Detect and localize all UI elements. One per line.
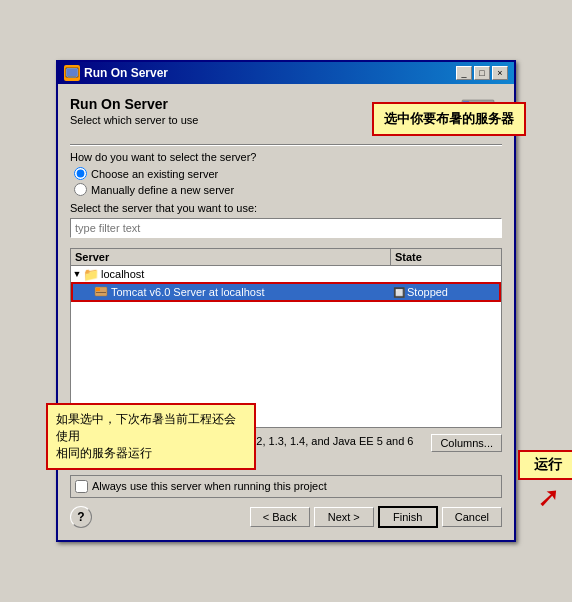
table-body: ▼ 📁 localhost xyxy=(71,266,501,302)
col-state-header: State xyxy=(391,249,501,265)
selection-question: How do you want to select the server? xyxy=(70,151,502,163)
bottom-callout: 如果选中，下次布暑当前工程还会使用 相同的服务器运行 xyxy=(46,403,256,470)
radio-section: How do you want to select the server? Ch… xyxy=(70,151,502,196)
radio-existing-input[interactable] xyxy=(74,167,87,180)
tree-row-tomcat[interactable]: Tomcat v6.0 Server at localhost 🔲 Stoppe… xyxy=(71,282,501,302)
run-callout-container: 运行 ➘ xyxy=(518,450,572,512)
tomcat-icon xyxy=(93,285,109,299)
bottom-callout-line2: 相同的服务器运行 xyxy=(56,445,246,462)
svg-rect-14 xyxy=(96,292,106,293)
maximize-button[interactable]: □ xyxy=(474,66,490,80)
radio-new-input[interactable] xyxy=(74,183,87,196)
top-callout-text: 选中你要布暑的服务器 xyxy=(384,111,514,126)
svg-rect-2 xyxy=(68,76,76,78)
tomcat-state: 🔲 Stopped xyxy=(389,286,499,298)
minimize-button[interactable]: _ xyxy=(456,66,472,80)
window-icon xyxy=(64,65,80,81)
back-button[interactable]: < Back xyxy=(250,507,310,527)
radio-new[interactable]: Manually define a new server xyxy=(74,183,502,196)
filter-section: Select the server that you want to use: xyxy=(70,202,502,242)
radio-group: Choose an existing server Manually defin… xyxy=(74,167,502,196)
bottom-callout-line1: 如果选中，下次布暑当前工程还会使用 xyxy=(56,411,246,445)
run-arrow-icon: ➘ xyxy=(537,484,560,512)
stopped-icon: 🔲 xyxy=(393,287,405,298)
checkbox-label: Always use this server when running this… xyxy=(92,480,327,492)
localhost-label: localhost xyxy=(101,268,144,280)
svg-rect-13 xyxy=(96,288,100,291)
always-use-checkbox[interactable] xyxy=(75,480,88,493)
title-text: Run On Server xyxy=(84,66,168,80)
next-button[interactable]: Next > xyxy=(314,507,374,527)
columns-button[interactable]: Columns... xyxy=(431,434,502,452)
window-body: Run On Server Select which server to use xyxy=(58,84,514,540)
filter-label: Select the server that you want to use: xyxy=(70,202,502,214)
checkbox-row: Always use this server when running this… xyxy=(70,475,502,498)
tomcat-state-label: Stopped xyxy=(407,286,448,298)
radio-new-label: Manually define a new server xyxy=(91,184,234,196)
header-separator xyxy=(70,144,502,145)
folder-icon: 📁 xyxy=(83,267,99,281)
radio-existing-label: Choose an existing server xyxy=(91,168,218,180)
button-row: ? < Back Next > Finish Cancel xyxy=(70,506,502,528)
tree-row-localhost[interactable]: ▼ 📁 localhost xyxy=(71,266,501,282)
svg-rect-1 xyxy=(67,69,77,76)
filter-input[interactable] xyxy=(70,218,502,238)
title-bar-left: Run On Server xyxy=(64,65,168,81)
radio-existing[interactable]: Choose an existing server xyxy=(74,167,502,180)
server-table[interactable]: Server State ▼ 📁 localhost xyxy=(70,248,502,428)
tree-indent-1: Tomcat v6.0 Server at localhost xyxy=(73,285,389,299)
title-controls: _ □ × xyxy=(456,66,508,80)
col-server-header: Server xyxy=(71,249,391,265)
run-callout-text: 运行 xyxy=(534,456,562,472)
title-bar: Run On Server _ □ × xyxy=(58,62,514,84)
tree-toggle-0[interactable]: ▼ xyxy=(71,268,83,280)
finish-button[interactable]: Finish xyxy=(378,506,438,528)
close-button[interactable]: × xyxy=(492,66,508,80)
tomcat-label: Tomcat v6.0 Server at localhost xyxy=(111,286,389,298)
run-callout: 运行 xyxy=(518,450,572,480)
help-button[interactable]: ? xyxy=(70,506,92,528)
tree-indent-0: ▼ 📁 localhost xyxy=(71,267,144,281)
table-header: Server State xyxy=(71,249,501,266)
cancel-button[interactable]: Cancel xyxy=(442,507,502,527)
top-callout: 选中你要布暑的服务器 xyxy=(372,102,526,136)
